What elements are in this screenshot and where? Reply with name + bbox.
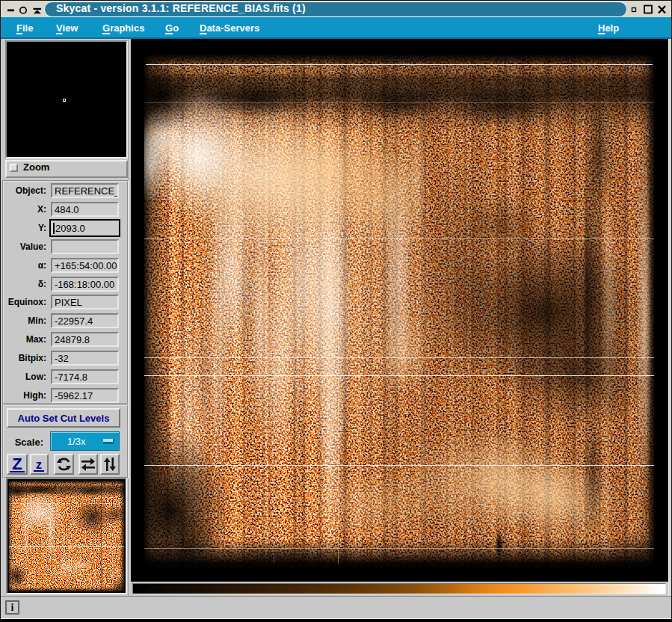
svg-text:z: z: [36, 458, 42, 471]
svg-text:Z: Z: [12, 455, 22, 473]
